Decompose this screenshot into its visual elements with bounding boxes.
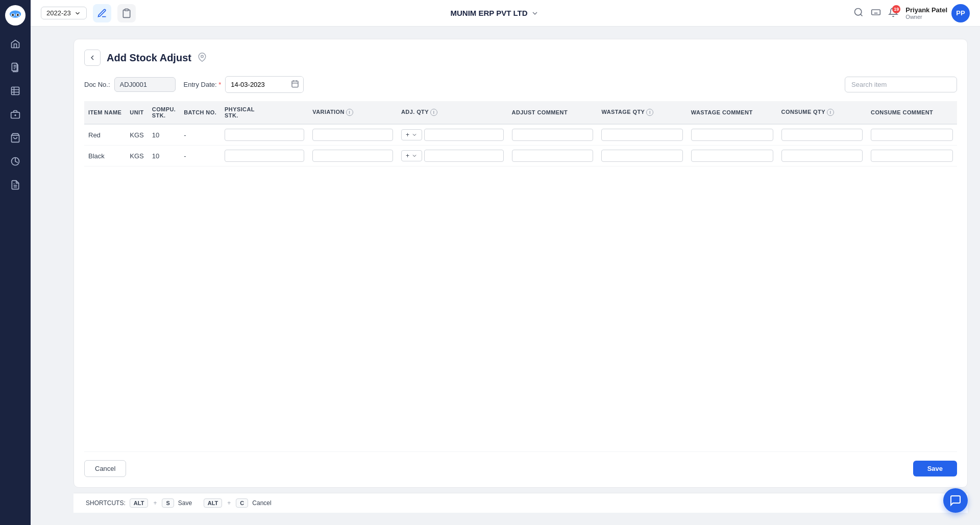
doc-no-input[interactable]	[114, 77, 176, 92]
wastage-qty-input-1[interactable]	[601, 150, 682, 162]
form-fields-row: Doc No.: Entry Date: *	[84, 76, 957, 93]
adj-qty-sign-1[interactable]: +	[401, 150, 422, 161]
col-adjust-comment: ADJUST COMMENT	[508, 101, 598, 124]
doc-no-label: Doc No.:	[84, 81, 110, 88]
svg-point-15	[855, 9, 862, 15]
shortcuts-bar: SHORTCUTS: ALT + S Save ALT + C Cancel	[74, 493, 968, 513]
user-info[interactable]: Priyank Patel Owner PP	[905, 4, 970, 22]
year-selector-label: 2022-23	[46, 9, 71, 17]
calendar-button[interactable]	[287, 77, 303, 92]
adjust-comment-input-1[interactable]	[512, 150, 594, 162]
c-key: C	[236, 498, 248, 508]
svg-rect-17	[872, 10, 880, 15]
consume-qty-input-1[interactable]	[781, 150, 863, 162]
wastage-comment-input-0[interactable]	[691, 129, 773, 141]
cell-wastage-comment-1	[687, 146, 777, 166]
col-consume-qty: CONSUME QTYi	[777, 101, 867, 124]
variation-input-1[interactable]	[312, 150, 393, 162]
svg-point-18	[201, 55, 204, 58]
sidebar-item-purchase[interactable]	[5, 128, 26, 148]
clipboard-button[interactable]	[117, 4, 136, 22]
cell-physical-stk-1	[220, 146, 308, 166]
consume-comment-input-1[interactable]	[871, 150, 953, 162]
stock-adjust-table: ITEM NAME UNIT COMPU.STK. BATCH NO. PHYS…	[84, 101, 957, 166]
topbar-right: 19 Priyank Patel Owner PP	[853, 4, 970, 22]
table-wrapper: ITEM NAME UNIT COMPU.STK. BATCH NO. PHYS…	[84, 101, 957, 443]
user-role: Owner	[905, 14, 947, 20]
cancel-button[interactable]: Cancel	[84, 460, 126, 477]
save-shortcut-label: Save	[178, 499, 192, 507]
alt-key-cancel: ALT	[204, 498, 223, 508]
cell-batch-no-0: -	[180, 124, 220, 146]
physical-stk-input-0[interactable]	[225, 129, 304, 141]
variation-input-0[interactable]	[312, 129, 393, 141]
col-consume-comment: CONSUME COMMENT	[867, 101, 957, 124]
page-header: Add Stock Adjust	[84, 50, 957, 66]
app-logo	[5, 5, 26, 26]
cell-item-name-1: Black	[84, 146, 126, 166]
notification-bell[interactable]: 19	[888, 7, 898, 19]
cell-compu-stk-0: 10	[148, 124, 180, 146]
col-adj-qty: ADJ. QTYi	[397, 101, 508, 124]
svg-point-5	[17, 14, 19, 16]
adj-qty-input-1[interactable]	[424, 150, 504, 162]
consume-qty-input-0[interactable]	[781, 129, 863, 141]
chatbot-fab[interactable]	[943, 488, 968, 513]
cell-consume-qty-1	[777, 146, 867, 166]
consume-qty-info-icon[interactable]: i	[827, 109, 834, 116]
cell-compu-stk-1: 10	[148, 146, 180, 166]
sidebar-item-documents[interactable]	[5, 57, 26, 78]
adjust-comment-input-0[interactable]	[512, 129, 594, 141]
sidebar-item-inventory[interactable]	[5, 104, 26, 125]
cell-wastage-qty-1	[597, 146, 687, 166]
physical-stk-input-1[interactable]	[225, 150, 304, 162]
sidebar-item-analytics[interactable]	[5, 151, 26, 172]
table-row: Black KGS 10 - +	[84, 146, 957, 166]
svg-point-4	[12, 14, 14, 16]
cell-variation-1	[308, 146, 397, 166]
form-card: Add Stock Adjust Doc No.:	[74, 39, 968, 488]
adj-qty-sign-0[interactable]: +	[401, 129, 422, 140]
sidebar-item-home[interactable]	[5, 34, 26, 54]
cell-consume-comment-1	[867, 146, 957, 166]
svg-rect-14	[125, 9, 128, 10]
keyboard-icon[interactable]	[871, 7, 881, 19]
wastage-comment-input-1[interactable]	[691, 150, 773, 162]
wastage-qty-input-0[interactable]	[601, 129, 682, 141]
cancel-shortcut-label: Cancel	[252, 499, 271, 507]
cell-wastage-qty-0	[597, 124, 687, 146]
save-button[interactable]: Save	[913, 461, 957, 476]
cell-wastage-comment-0	[687, 124, 777, 146]
sidebar-item-ledger[interactable]	[5, 81, 26, 101]
user-name: Priyank Patel	[905, 6, 947, 14]
adj-qty-info-icon[interactable]: i	[430, 109, 437, 116]
search-item-input[interactable]	[845, 77, 957, 92]
search-icon[interactable]	[853, 7, 864, 19]
notification-count: 19	[892, 5, 900, 13]
entry-date-input[interactable]	[226, 78, 287, 91]
svg-rect-7	[12, 87, 19, 95]
year-selector[interactable]: 2022-23	[41, 7, 87, 19]
consume-comment-input-0[interactable]	[871, 129, 953, 141]
sidebar	[0, 0, 31, 525]
mode-toggle-button[interactable]	[93, 4, 111, 22]
cell-unit-1: KGS	[126, 146, 148, 166]
user-avatar[interactable]: PP	[951, 4, 970, 22]
entry-date-label: Entry Date: *	[184, 81, 222, 88]
col-wastage-qty: WASTAGE QTYi	[597, 101, 687, 124]
variation-info-icon[interactable]: i	[346, 109, 353, 116]
back-button[interactable]	[84, 50, 101, 66]
svg-rect-19	[292, 81, 298, 87]
date-field-wrapper	[225, 76, 304, 93]
cell-variation-0	[308, 124, 397, 146]
sidebar-item-reports[interactable]	[5, 175, 26, 195]
pin-icon[interactable]	[198, 53, 207, 63]
cell-adj-qty-1: +	[397, 146, 508, 166]
table-body: Red KGS 10 - +	[84, 124, 957, 166]
cell-batch-no-1: -	[180, 146, 220, 166]
table-row: Red KGS 10 - +	[84, 124, 957, 146]
shortcuts-label: SHORTCUTS:	[86, 499, 126, 507]
cell-consume-comment-0	[867, 124, 957, 146]
wastage-qty-info-icon[interactable]: i	[646, 109, 653, 116]
adj-qty-input-0[interactable]	[424, 129, 504, 141]
